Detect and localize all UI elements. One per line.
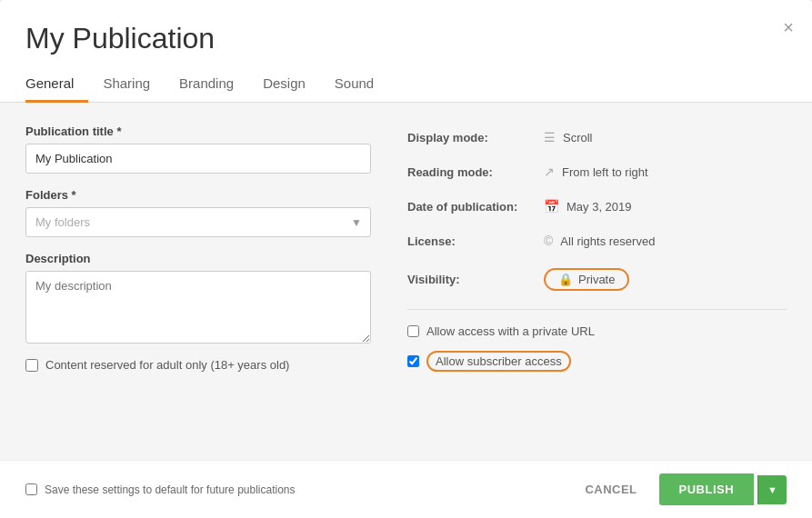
cancel-button[interactable]: CANCEL [566,473,655,505]
folders-select[interactable]: My folders [25,207,371,237]
divider [407,309,787,310]
folders-label: Folders * [25,188,371,202]
allow-private-url-checkbox[interactable] [407,325,419,337]
reading-mode-label: Reading mode: [407,165,544,179]
publish-dropdown-arrow[interactable]: ▼ [757,475,787,504]
copyright-icon: © [544,234,553,248]
scroll-icon: ☰ [544,130,556,144]
tab-sharing[interactable]: Sharing [88,66,165,103]
tab-design[interactable]: Design [248,66,320,103]
allow-private-url-row: Allow access with a private URL [407,323,787,340]
display-mode-row: Display mode: ☰ Scroll [407,125,787,150]
allow-subscriber-row: Allow subscriber access [407,349,787,374]
allow-subscriber-label: Allow subscriber access [426,351,571,372]
modal-body: Publication title * Folders * My folders… [0,103,812,460]
save-default-checkbox[interactable] [25,483,37,495]
date-value: May 3, 2019 [566,200,632,214]
calendar-icon: 📅 [544,199,559,214]
date-row: Date of publication: 📅 May 3, 2019 [407,194,787,219]
adult-checkbox[interactable] [25,359,38,372]
visibility-label: Visibility: [407,273,544,286]
adult-checkbox-label: Content reserved for adult only (18+ yea… [45,358,289,372]
date-label: Date of publication: [407,200,544,214]
folders-group: Folders * My folders ▼ [25,188,371,237]
close-button[interactable]: × [783,18,794,36]
visibility-row: Visibility: 🔒 Private [407,263,787,296]
allow-private-url-label: Allow access with a private URL [426,324,595,338]
save-default-label: Save these settings to default for futur… [45,483,296,496]
lock-icon: 🔒 [558,273,573,286]
modal-header: My Publication × [0,0,812,66]
license-value: All rights reserved [560,234,655,248]
tab-branding[interactable]: Branding [165,66,248,103]
modal-title: My Publication [25,22,787,55]
publication-title-label: Publication title * [25,125,371,138]
display-mode-value: Scroll [563,131,593,144]
folders-select-wrapper: My folders ▼ [25,207,371,237]
footer-right: CANCEL PUBLISH ▼ [566,473,787,505]
footer-left: Save these settings to default for futur… [25,483,296,496]
tab-sound[interactable]: Sound [320,66,388,103]
subscriber-highlight: Allow subscriber access [426,351,571,372]
reading-mode-value: From left to right [562,165,648,179]
reading-direction-icon: ↗ [544,164,555,179]
left-column: Publication title * Folders * My folders… [25,125,371,438]
display-mode-label: Display mode: [407,131,544,144]
publish-button[interactable]: PUBLISH [659,473,755,505]
adult-checkbox-row: Content reserved for adult only (18+ yea… [25,358,371,372]
description-label: Description [25,252,371,265]
publication-title-group: Publication title * [25,125,371,174]
allow-subscriber-checkbox[interactable] [407,355,419,367]
tabs-container: General Sharing Branding Design Sound [0,66,812,103]
license-row: License: © All rights reserved [407,228,787,254]
modal-footer: Save these settings to default for futur… [0,460,812,518]
description-textarea[interactable] [25,271,371,344]
right-column: Display mode: ☰ Scroll Reading mode: ↗ F… [407,125,787,438]
publication-title-input[interactable] [25,144,371,174]
tab-general[interactable]: General [25,66,88,103]
modal: My Publication × General Sharing Brandin… [0,0,812,518]
visibility-value: Private [578,273,615,286]
reading-mode-row: Reading mode: ↗ From left to right [407,159,787,184]
description-group: Description [25,252,371,344]
visibility-badge[interactable]: 🔒 Private [544,268,629,291]
license-label: License: [407,234,544,248]
